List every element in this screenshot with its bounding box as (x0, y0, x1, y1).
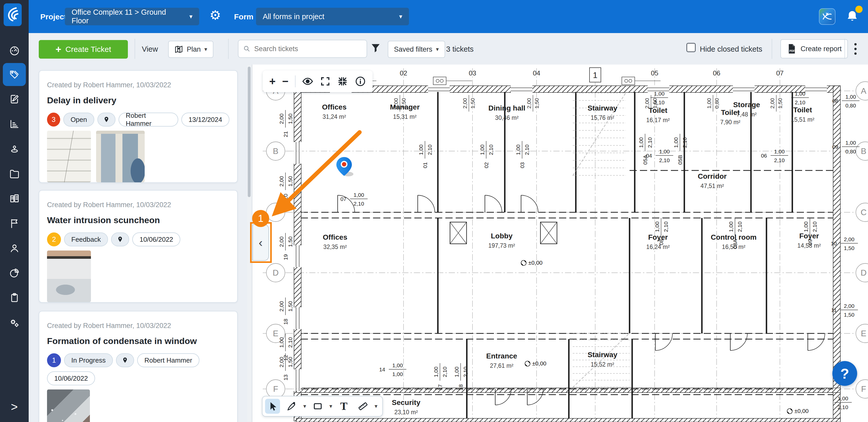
app-sidebar: > (0, 0, 29, 422)
pen-tool-button[interactable] (284, 399, 299, 414)
fullscreen-icon[interactable] (320, 76, 331, 87)
info-icon[interactable] (355, 76, 366, 87)
svg-text:2,10: 2,10 (737, 222, 743, 232)
ticket-info-chip[interactable]: 10/06/2022 (47, 371, 95, 385)
zoom-in-icon[interactable]: + (269, 76, 276, 87)
room-label: Entrance (486, 352, 517, 360)
ticket-info-chip[interactable]: Robert Hammer (137, 353, 199, 367)
measure-tool-button[interactable] (355, 399, 370, 414)
svg-text:1,50: 1,50 (470, 98, 475, 109)
sidebar-item-analytics[interactable] (0, 264, 29, 282)
svg-text:06: 06 (761, 153, 767, 159)
project-label: Project (40, 12, 67, 21)
svg-text:1,00: 1,00 (803, 222, 809, 232)
ticket-location-chip[interactable] (111, 232, 129, 247)
ticket-photo-thumbnail[interactable] (47, 131, 91, 182)
text-tool-icon: T (340, 400, 347, 413)
project-dropdown[interactable]: Office Complex 11 > Ground Floor ▾ (65, 8, 199, 25)
sidebar-item-dashboard[interactable] (0, 41, 29, 59)
sidebar-expand-chevron-icon[interactable]: > (0, 400, 29, 414)
svg-text:1,00: 1,00 (354, 192, 364, 198)
room-area: 7,48 m² (737, 111, 757, 118)
sidebar-item-settings[interactable] (0, 314, 29, 332)
svg-text:2,10: 2,10 (488, 144, 494, 155)
collapse-view-icon[interactable] (337, 76, 348, 87)
ticket-location-chip[interactable] (116, 353, 134, 367)
room-area: 31,24 m² (323, 113, 346, 120)
hide-closed-checkbox[interactable] (686, 43, 696, 52)
svg-text:09: 09 (807, 239, 813, 245)
ticket-card[interactable]: Created by Robert Hammer, 10/03/2022Dela… (39, 70, 238, 183)
ticket-count: 3 tickets (446, 45, 473, 54)
list-scrollbar-thumb[interactable] (248, 67, 251, 197)
svg-text:02: 02 (483, 162, 489, 168)
ticket-location-chip[interactable] (97, 112, 116, 127)
ticket-info-chip[interactable]: 10/06/2022 (132, 232, 180, 247)
svg-text:±0,00: ±0,00 (532, 360, 547, 367)
svg-text:1,50: 1,50 (844, 312, 855, 318)
help-button[interactable]: ? (832, 361, 857, 386)
ticket-priority-badge: 1 (47, 353, 61, 367)
saved-filters-dropdown[interactable]: Saved filters ▾ (388, 41, 445, 58)
gear-icon[interactable]: ⚙ (210, 9, 221, 22)
ticket-photo-thumbnail[interactable] (47, 251, 91, 302)
svg-text:2,10: 2,10 (442, 367, 448, 377)
sidebar-item-statistics[interactable] (0, 115, 29, 133)
search-icon (243, 45, 251, 53)
rectangle-tool-button[interactable] (310, 399, 325, 414)
view-mode-value: Plan (187, 45, 201, 54)
tickets-toolbar: + Create Ticket View Plan ▾ Saved filter… (29, 33, 868, 65)
create-report-button[interactable]: PDF Create report (780, 39, 848, 58)
chevron-down-icon[interactable]: ▾ (330, 403, 332, 410)
filter-button[interactable] (370, 42, 381, 56)
app-logo[interactable] (4, 3, 22, 26)
room-area: 15,52 m² (591, 361, 614, 368)
create-ticket-button[interactable]: + Create Ticket (39, 40, 128, 59)
ticket-priority-badge: 2 (47, 232, 61, 247)
svg-text:05A: 05A (642, 155, 648, 164)
sidebar-item-tickets[interactable] (0, 66, 29, 84)
svg-text:0,80: 0,80 (845, 149, 856, 155)
sidebar-item-site-plans[interactable] (0, 140, 29, 158)
svg-text:2,10: 2,10 (795, 99, 805, 105)
sidebar-item-projects[interactable] (0, 190, 29, 208)
ticket-info-chip[interactable]: 13/12/2024 (181, 112, 229, 127)
ticket-card[interactable]: Created by Robert Hammer, 10/03/2022Form… (39, 311, 238, 422)
ticket-status-chip[interactable]: In Progress (64, 353, 113, 367)
chevron-down-icon[interactable]: ▾ (303, 403, 306, 410)
ticket-status-chip[interactable]: Feedback (64, 232, 108, 247)
floor-plan-area[interactable]: AABBCDDEEFF022,001,50032,001,50042,001,5… (252, 65, 868, 422)
form-dropdown[interactable]: All forms in project ▾ (256, 8, 409, 25)
svg-text:C: C (861, 208, 866, 217)
ticket-photo-thumbnail[interactable] (47, 389, 90, 422)
chevron-down-icon[interactable]: ▾ (375, 403, 377, 410)
sidebar-item-contacts[interactable] (0, 239, 29, 257)
sidebar-item-milestones[interactable] (0, 214, 29, 232)
ticket-status-chip[interactable]: Open (63, 112, 94, 127)
panel-collapse-button[interactable]: ‹ (252, 224, 269, 261)
zoom-out-icon[interactable]: − (282, 76, 288, 87)
svg-text:1,50: 1,50 (777, 98, 783, 109)
more-options-button[interactable] (850, 40, 861, 57)
ticket-photo-thumbnail[interactable] (96, 131, 145, 182)
sidebar-item-tasks[interactable] (0, 289, 29, 307)
view-mode-dropdown[interactable]: Plan ▾ (168, 41, 213, 58)
sidebar-item-forms[interactable] (0, 90, 29, 108)
search-input[interactable] (254, 45, 362, 53)
location-pin-icon (103, 116, 110, 124)
sidebar-item-documents[interactable] (0, 165, 29, 183)
svg-text:02: 02 (400, 69, 407, 77)
text-tool-button[interactable]: T (336, 399, 351, 414)
svg-text:1,00: 1,00 (795, 91, 805, 97)
ticket-info-chip[interactable]: Robert Hammer (119, 112, 178, 127)
app-switcher-button[interactable] (819, 8, 835, 25)
ticket-title: Formation of condensate in window (47, 336, 229, 346)
room-label: Storage (733, 101, 760, 109)
floor-plan-drawing[interactable]: AABBCDDEEFF022,001,50032,001,50042,001,5… (252, 65, 868, 422)
svg-text:E: E (273, 329, 278, 338)
ticket-card[interactable]: Created by Robert Hammer, 10/03/2022Wate… (39, 190, 238, 303)
visibility-icon[interactable] (302, 76, 313, 87)
svg-text:D: D (273, 268, 278, 278)
select-tool-button[interactable] (265, 399, 280, 414)
svg-text:B: B (273, 147, 278, 156)
